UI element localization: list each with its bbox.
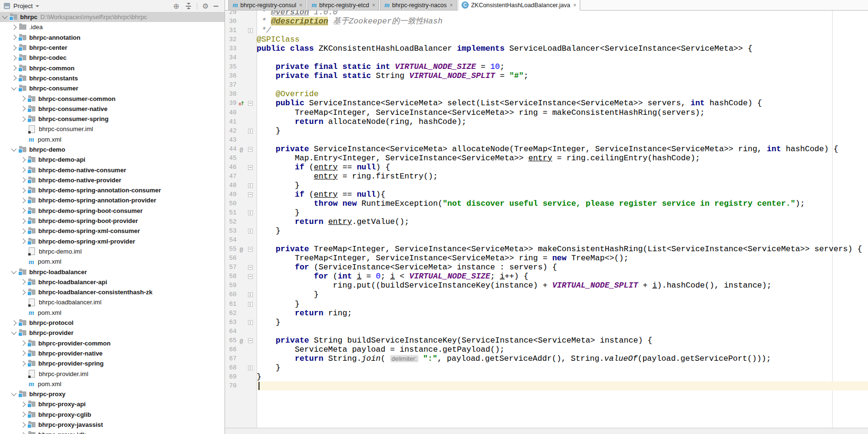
- tree-item[interactable]: bhrpc-demo-api: [0, 155, 225, 165]
- line-number[interactable]: 35: [225, 62, 237, 71]
- tree-item[interactable]: mpom.xml: [0, 308, 225, 318]
- chevron-collapsed-icon[interactable]: [11, 55, 16, 60]
- fold-marker-slot[interactable]: [246, 263, 254, 272]
- line-number[interactable]: 61: [225, 300, 237, 309]
- fold-marker-slot[interactable]: [246, 99, 254, 108]
- code-line[interactable]: 38 @Override: [225, 89, 868, 99]
- line-number[interactable]: 68: [225, 363, 237, 372]
- tree-item[interactable]: bhrpc-demo-native-consumer: [0, 165, 225, 175]
- line-number[interactable]: 39: [225, 99, 237, 108]
- code-line[interactable]: 69}: [225, 372, 868, 381]
- fold-collapse-icon[interactable]: [248, 101, 253, 106]
- tree-item[interactable]: bhprc-provider-common: [0, 338, 225, 348]
- tree-item[interactable]: .idea: [0, 22, 225, 32]
- tree-item[interactable]: bhrpc-proxy-javassist: [0, 420, 225, 430]
- fold-collapse-icon[interactable]: [248, 338, 253, 343]
- fold-marker-slot[interactable]: [246, 190, 254, 199]
- tree-item[interactable]: bhrpc-demo-spring-boot-provider: [0, 216, 225, 226]
- fold-collapse-icon[interactable]: [248, 147, 253, 152]
- line-number[interactable]: 36: [225, 71, 237, 80]
- tree-item[interactable]: bhrpc-loadbalancer-consistenthash-zk: [0, 287, 225, 297]
- chevron-collapsed-icon[interactable]: [20, 289, 25, 295]
- tree-item[interactable]: bhrpc-demo-spring-xml-provider: [0, 236, 225, 246]
- line-number[interactable]: 40: [225, 108, 237, 117]
- editor-tab[interactable]: mbhrpc-registry-consul×: [228, 0, 306, 10]
- line-number[interactable]: 42: [225, 126, 237, 135]
- chevron-collapsed-icon[interactable]: [11, 76, 16, 81]
- chevron-collapsed-icon[interactable]: [20, 422, 25, 427]
- line-number[interactable]: 46: [225, 163, 237, 172]
- line-number[interactable]: 65: [225, 336, 237, 345]
- fold-collapse-icon[interactable]: [248, 165, 253, 170]
- fold-marker-slot[interactable]: [246, 336, 254, 345]
- line-number[interactable]: 49: [225, 190, 237, 199]
- tree-item[interactable]: bhrpc-proxy-api: [0, 399, 225, 409]
- code-line[interactable]: 61 }: [225, 300, 868, 309]
- tree-item[interactable]: bhrpc-consumer: [0, 83, 225, 93]
- close-tab-icon[interactable]: ×: [299, 2, 303, 8]
- fold-marker-slot[interactable]: [246, 126, 254, 135]
- fold-marker-slot[interactable]: [246, 272, 254, 281]
- chevron-collapsed-icon[interactable]: [20, 412, 25, 417]
- tree-item[interactable]: bhrpc-consumer-native: [0, 104, 225, 114]
- chevron-expanded-icon[interactable]: [11, 85, 16, 90]
- tree-item[interactable]: bhrpc-protocol: [0, 318, 225, 328]
- code-line[interactable]: 58 for (int i = 0; i < VIRTUAL_NODE_SIZE…: [225, 272, 868, 281]
- code-line[interactable]: 48 }: [225, 181, 868, 190]
- code-line[interactable]: 70: [225, 381, 868, 390]
- line-number[interactable]: 30: [225, 17, 237, 26]
- chevron-collapsed-icon[interactable]: [20, 96, 25, 101]
- chevron-collapsed-icon[interactable]: [20, 106, 25, 111]
- chevron-collapsed-icon[interactable]: [20, 116, 25, 122]
- line-number[interactable]: 64: [225, 327, 237, 336]
- tree-item[interactable]: mpom.xml: [0, 134, 225, 145]
- fold-marker-slot[interactable]: [246, 208, 254, 217]
- tree-item[interactable]: bhrpc-provider-native: [0, 348, 225, 358]
- code-line[interactable]: 53 }: [225, 226, 868, 235]
- line-number[interactable]: 43: [225, 135, 237, 145]
- code-line[interactable]: 46 if (entry == null) {: [225, 163, 868, 172]
- tree-item[interactable]: bhrpc-demo-native-provider: [0, 175, 225, 185]
- fold-marker-slot[interactable]: [246, 163, 254, 172]
- chevron-expanded-icon[interactable]: [2, 13, 7, 19]
- chevron-collapsed-icon[interactable]: [11, 35, 16, 40]
- chevron-collapsed-icon[interactable]: [20, 279, 25, 285]
- chevron-collapsed-icon[interactable]: [20, 361, 25, 366]
- line-number[interactable]: 31: [225, 26, 237, 35]
- chevron-collapsed-icon[interactable]: [11, 320, 16, 325]
- fold-marker-slot[interactable]: [246, 226, 254, 235]
- line-number[interactable]: 54: [225, 235, 237, 245]
- code-line[interactable]: 36 private final static String VIRTUAL_N…: [225, 71, 868, 80]
- line-number[interactable]: 50: [225, 199, 237, 208]
- fold-marker-slot[interactable]: [246, 363, 254, 372]
- editor-tab[interactable]: mbhrpc-registry-etcd×: [307, 0, 379, 10]
- tree-item[interactable]: bhrpc-common: [0, 63, 225, 73]
- annotation-gutter-icon[interactable]: @: [237, 336, 246, 345]
- tree-item[interactable]: bhrpc-annotation: [0, 33, 225, 43]
- code-line[interactable]: 34: [225, 53, 868, 62]
- tree-item[interactable]: bhrpc-provider.iml: [0, 368, 225, 378]
- chevron-collapsed-icon[interactable]: [20, 351, 25, 356]
- editor-tab[interactable]: mbhrpc-registry-nacos×: [380, 0, 457, 10]
- locate-file-icon[interactable]: ⊕: [173, 2, 180, 10]
- code-line[interactable]: 57 for (ServiceInstance<ServiceMeta> ins…: [225, 263, 868, 272]
- code-line[interactable]: 56 TreeMap<Integer, ServiceInstance<Serv…: [225, 254, 868, 263]
- tree-item[interactable]: bhrpc-loadbalancer-api: [0, 277, 225, 287]
- fold-marker-slot[interactable]: [246, 145, 254, 154]
- code-line[interactable]: 32@SPIClass: [225, 35, 868, 44]
- code-line[interactable]: 37: [225, 80, 868, 89]
- line-number[interactable]: 60: [225, 290, 237, 299]
- fold-marker-slot[interactable]: [246, 290, 254, 299]
- line-number[interactable]: 58: [225, 272, 237, 281]
- line-number[interactable]: 52: [225, 217, 237, 226]
- chevron-collapsed-icon[interactable]: [20, 188, 25, 193]
- chevron-collapsed-icon[interactable]: [20, 239, 25, 244]
- line-number[interactable]: 32: [225, 35, 237, 44]
- fold-collapse-icon[interactable]: [248, 265, 253, 270]
- tree-item[interactable]: bhrpc-demo-spring-annotation-provider: [0, 195, 225, 205]
- tree-item[interactable]: bhrpc-consumer.iml: [0, 124, 225, 134]
- tree-item[interactable]: mpom.xml: [0, 379, 225, 389]
- close-tab-icon[interactable]: ×: [573, 2, 576, 8]
- line-number[interactable]: 56: [225, 254, 237, 263]
- code-line[interactable]: 67 return String.join( delimiter: ":", p…: [225, 354, 868, 363]
